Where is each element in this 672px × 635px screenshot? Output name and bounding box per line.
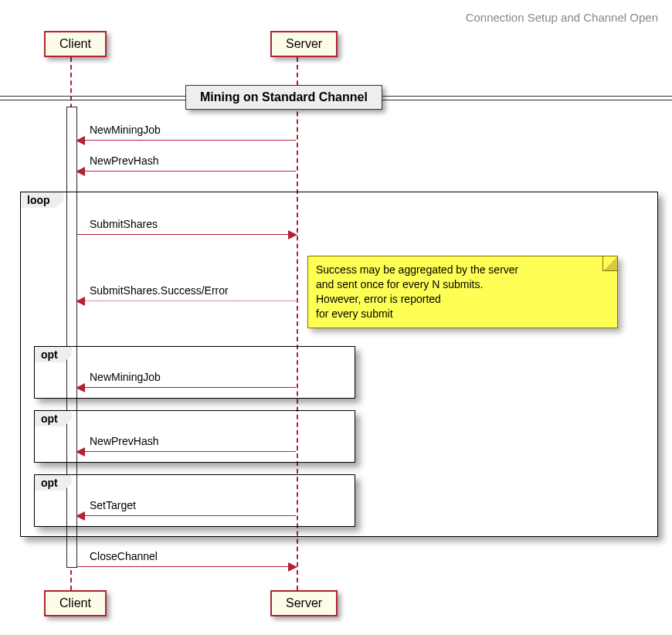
frame-loop-label: loop (20, 192, 64, 208)
participant-server-bottom: Server (270, 590, 338, 616)
note-aggregation: Success may be aggregated by the server … (307, 256, 618, 328)
label-submit-shares-result: SubmitShares.Success/Error (90, 284, 229, 297)
label-close-channel: CloseChannel (90, 550, 158, 562)
note-line-3: However, error is reported (316, 292, 609, 307)
label-set-target: SetTarget (90, 499, 136, 511)
note-line-2: and sent once for every N submits. (316, 277, 609, 292)
label-submit-shares: SubmitShares (90, 218, 158, 230)
sequence-diagram: Connection Setup and Channel Open Client… (0, 0, 672, 635)
label-new-prev-hash-1: NewPrevHash (90, 155, 158, 167)
divider-label: Mining on Standard Channel (185, 85, 382, 110)
note-line-1: Success may be aggregated by the server (316, 263, 609, 277)
diagram-title: Connection Setup and Channel Open (466, 11, 658, 24)
frame-opt-2-label: opt (34, 410, 72, 426)
participant-client-bottom: Client (44, 590, 107, 616)
label-new-prev-hash-2: NewPrevHash (90, 435, 158, 447)
participant-server-top: Server (270, 31, 338, 57)
label-new-mining-job-1: NewMiningJob (90, 124, 161, 136)
note-line-4: for every submit (316, 307, 609, 321)
label-new-mining-job-2: NewMiningJob (90, 371, 161, 383)
frame-opt-1-label: opt (34, 346, 72, 362)
participant-client-top: Client (44, 31, 107, 57)
frame-opt-3-label: opt (34, 474, 72, 491)
